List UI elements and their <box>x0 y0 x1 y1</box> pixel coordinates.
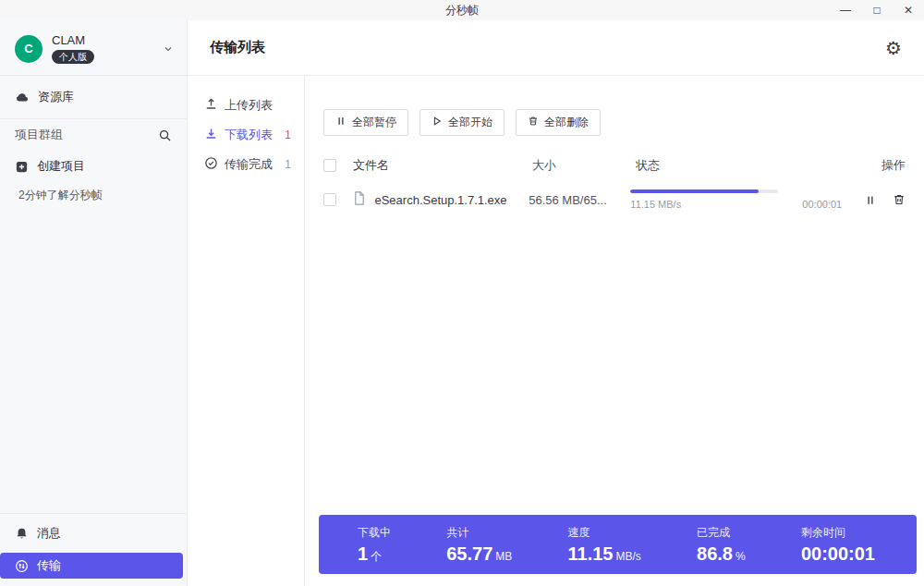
main-panel: 全部暂停 全部开始 全部删除 文件名 大小 状态 操作 <box>305 76 924 586</box>
transfer-label: 传输 <box>37 557 61 574</box>
play-icon <box>432 116 443 129</box>
stat-label: 速度 <box>568 525 641 541</box>
stat-value: 65.77 <box>446 543 492 565</box>
stat-unit: 个 <box>371 549 382 565</box>
stat-downloading: 下载中 1个 <box>358 525 391 565</box>
file-status: 11.15 MB/s 00:00:01 <box>630 189 842 210</box>
file-name: eSearch.Setup.1.7.1.exe <box>374 193 506 207</box>
transfer-tabs: 上传列表 下载列表 1 传输完成 1 <box>188 76 305 586</box>
file-size: 56.56 MB/65... <box>529 193 630 207</box>
sidebar-item-messages[interactable]: 消息 <box>0 519 187 547</box>
stat-value: 11.15 <box>568 543 614 565</box>
page-title: 传输列表 <box>210 39 265 56</box>
sidebar-item-label: 资源库 <box>38 89 74 105</box>
check-circle-icon <box>204 156 218 173</box>
stat-label: 剩余时间 <box>801 525 878 541</box>
projects-section-label: 项目群组 <box>15 127 63 143</box>
transfer-stats-bar: 下载中 1个 共计 65.77MB 速度 11.15MB/s 已完成 86.8%… <box>319 515 917 574</box>
user-menu[interactable]: C CLAM 个人版 <box>0 20 187 76</box>
stat-label: 下载中 <box>358 525 391 541</box>
tab-label: 下载列表 <box>225 127 273 143</box>
library-section: 资源库 <box>0 76 187 119</box>
pause-all-button[interactable]: 全部暂停 <box>323 109 408 136</box>
stat-label: 共计 <box>446 525 512 541</box>
delete-all-button[interactable]: 全部删除 <box>516 109 601 136</box>
minimize-icon[interactable]: — <box>839 0 852 20</box>
delete-all-label: 全部删除 <box>544 115 589 130</box>
cloud-icon <box>15 90 30 104</box>
user-name: CLAM <box>52 33 94 47</box>
create-project-button[interactable]: 创建项目 <box>0 151 187 182</box>
stat-value: 00:00:01 <box>801 543 875 565</box>
sidebar-item-library[interactable]: 资源库 <box>0 81 187 113</box>
sidebar: C CLAM 个人版 资源库 项目群组 <box>0 20 188 586</box>
user-plan-badge: 个人版 <box>52 50 94 64</box>
row-delete-icon[interactable] <box>893 193 906 206</box>
table-header: 文件名 大小 状态 操作 <box>305 156 924 175</box>
pause-icon <box>335 116 346 129</box>
user-info: CLAM 个人版 <box>52 33 94 64</box>
table-row: eSearch.Setup.1.7.1.exe 56.56 MB/65... 1… <box>305 175 924 225</box>
settings-gear-icon[interactable]: ⚙ <box>885 39 902 57</box>
stat-label: 已完成 <box>697 525 746 541</box>
download-speed: 11.15 MB/s <box>630 199 778 210</box>
search-icon[interactable] <box>158 128 172 142</box>
messages-label: 消息 <box>37 525 61 542</box>
avatar: C <box>15 35 43 63</box>
stat-unit: MB/s <box>615 550 640 563</box>
column-header-filename: 文件名 <box>353 157 532 174</box>
titlebar: 分秒帧 — □ ✕ <box>0 0 924 20</box>
stat-value: 1 <box>358 543 368 565</box>
column-header-status: 状态 <box>636 157 841 174</box>
upload-icon <box>204 97 218 114</box>
tab-count: 1 <box>285 158 291 171</box>
remaining-time: 00:00:01 <box>802 199 842 210</box>
tab-count: 1 <box>285 128 291 141</box>
app-window: 分秒帧 — □ ✕ C CLAM 个人版 资源库 <box>0 0 924 586</box>
window-title: 分秒帧 <box>445 3 479 18</box>
pause-all-label: 全部暂停 <box>352 115 396 130</box>
row-pause-icon[interactable] <box>865 194 876 206</box>
column-header-size: 大小 <box>532 157 636 174</box>
stat-remaining-time: 剩余时间 00:00:01 <box>801 525 878 565</box>
progress-bar <box>630 189 778 193</box>
page-header: 传输列表 ⚙ <box>188 20 924 76</box>
create-project-label: 创建项目 <box>37 158 85 175</box>
projects-section-header: 项目群组 <box>0 119 187 151</box>
chevron-down-icon <box>163 43 174 55</box>
close-icon[interactable]: ✕ <box>902 0 915 20</box>
plus-square-icon <box>15 160 29 174</box>
window-controls: — □ ✕ <box>839 0 915 20</box>
file-icon <box>352 190 367 209</box>
stat-speed: 速度 11.15MB/s <box>568 525 641 565</box>
maximize-icon[interactable]: □ <box>870 0 883 20</box>
tab-upload-list[interactable]: 上传列表 <box>188 91 304 120</box>
onboarding-link[interactable]: 2分钟了解分秒帧 <box>0 182 187 203</box>
tab-label: 上传列表 <box>225 97 273 114</box>
stat-unit: % <box>736 550 746 563</box>
download-icon <box>204 127 218 143</box>
tab-download-list[interactable]: 下载列表 1 <box>188 120 304 150</box>
column-header-action: 操作 <box>841 157 906 174</box>
row-checkbox[interactable] <box>323 193 336 206</box>
bell-icon <box>15 527 29 541</box>
sidebar-bottom: 消息 传输 <box>0 513 187 579</box>
select-all-checkbox[interactable] <box>323 159 336 172</box>
stat-completed: 已完成 86.8% <box>697 525 746 565</box>
sidebar-item-transfer[interactable]: 传输 <box>0 553 183 579</box>
stat-unit: MB <box>495 550 512 563</box>
start-all-button[interactable]: 全部开始 <box>419 109 505 136</box>
tab-label: 传输完成 <box>225 156 273 173</box>
stat-total: 共计 65.77MB <box>446 525 512 565</box>
tab-transfer-complete[interactable]: 传输完成 1 <box>188 150 304 179</box>
trash-icon <box>528 116 539 129</box>
toolbar: 全部暂停 全部开始 全部删除 <box>305 76 924 136</box>
transfer-icon <box>15 559 29 573</box>
stat-value: 86.8 <box>697 543 733 565</box>
start-all-label: 全部开始 <box>448 115 492 130</box>
progress-fill <box>630 189 759 193</box>
